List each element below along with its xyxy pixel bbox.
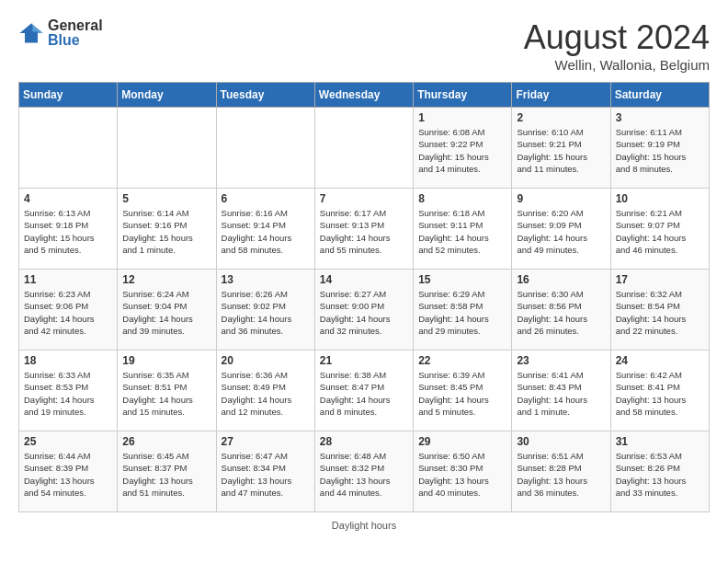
day-info: Sunrise: 6:23 AM Sunset: 9:06 PM Dayligh… bbox=[24, 288, 112, 337]
day-info: Sunrise: 6:48 AM Sunset: 8:32 PM Dayligh… bbox=[320, 450, 408, 499]
calendar-cell: 1Sunrise: 6:08 AM Sunset: 9:22 PM Daylig… bbox=[414, 108, 512, 189]
column-header-thursday: Thursday bbox=[414, 83, 512, 108]
page-header: General Blue August 2024 Wellin, Walloni… bbox=[18, 18, 710, 73]
day-info: Sunrise: 6:38 AM Sunset: 8:47 PM Dayligh… bbox=[320, 369, 408, 418]
day-number: 27 bbox=[222, 435, 310, 448]
day-number: 18 bbox=[24, 354, 112, 367]
day-number: 16 bbox=[517, 273, 605, 286]
calendar-cell: 26Sunrise: 6:45 AM Sunset: 8:37 PM Dayli… bbox=[118, 431, 216, 512]
day-number: 22 bbox=[418, 354, 506, 367]
day-number: 21 bbox=[320, 354, 408, 367]
location-text: Wellin, Wallonia, Belgium bbox=[524, 57, 710, 73]
logo-blue-text: Blue bbox=[48, 33, 103, 48]
day-info: Sunrise: 6:13 AM Sunset: 9:18 PM Dayligh… bbox=[24, 207, 112, 256]
calendar-cell: 30Sunrise: 6:51 AM Sunset: 8:28 PM Dayli… bbox=[512, 431, 610, 512]
calendar-cell: 22Sunrise: 6:39 AM Sunset: 8:45 PM Dayli… bbox=[414, 350, 512, 431]
logo-general-text: General bbox=[48, 18, 103, 33]
day-number: 2 bbox=[517, 111, 605, 124]
day-info: Sunrise: 6:51 AM Sunset: 8:28 PM Dayligh… bbox=[517, 450, 605, 499]
day-number: 19 bbox=[122, 354, 210, 367]
day-info: Sunrise: 6:14 AM Sunset: 9:16 PM Dayligh… bbox=[122, 207, 210, 256]
header-row: SundayMondayTuesdayWednesdayThursdayFrid… bbox=[19, 83, 710, 108]
calendar-cell: 17Sunrise: 6:32 AM Sunset: 8:54 PM Dayli… bbox=[610, 270, 709, 350]
day-info: Sunrise: 6:21 AM Sunset: 9:07 PM Dayligh… bbox=[616, 207, 704, 256]
day-info: Sunrise: 6:50 AM Sunset: 8:30 PM Dayligh… bbox=[418, 450, 506, 499]
day-number: 17 bbox=[616, 273, 704, 286]
month-title: August 2024 bbox=[524, 18, 710, 57]
calendar-cell: 8Sunrise: 6:18 AM Sunset: 9:11 PM Daylig… bbox=[414, 189, 512, 270]
calendar-cell: 23Sunrise: 6:41 AM Sunset: 8:43 PM Dayli… bbox=[512, 350, 610, 431]
calendar-cell: 29Sunrise: 6:50 AM Sunset: 8:30 PM Dayli… bbox=[414, 431, 512, 512]
day-number: 15 bbox=[418, 273, 506, 286]
day-number: 3 bbox=[616, 111, 704, 124]
day-info: Sunrise: 6:42 AM Sunset: 8:41 PM Dayligh… bbox=[616, 369, 704, 418]
day-number: 28 bbox=[320, 435, 408, 448]
calendar-cell: 25Sunrise: 6:44 AM Sunset: 8:39 PM Dayli… bbox=[19, 431, 118, 512]
calendar-cell: 12Sunrise: 6:24 AM Sunset: 9:04 PM Dayli… bbox=[118, 270, 216, 350]
day-info: Sunrise: 6:08 AM Sunset: 9:22 PM Dayligh… bbox=[418, 126, 506, 175]
day-info: Sunrise: 6:36 AM Sunset: 8:49 PM Dayligh… bbox=[222, 369, 310, 418]
logo-icon bbox=[18, 20, 44, 46]
day-info: Sunrise: 6:44 AM Sunset: 8:39 PM Dayligh… bbox=[24, 450, 112, 499]
day-number: 30 bbox=[517, 435, 605, 448]
calendar-cell: 13Sunrise: 6:26 AM Sunset: 9:02 PM Dayli… bbox=[216, 270, 314, 350]
calendar-cell: 2Sunrise: 6:10 AM Sunset: 9:21 PM Daylig… bbox=[512, 108, 610, 189]
calendar-cell: 21Sunrise: 6:38 AM Sunset: 8:47 PM Dayli… bbox=[314, 350, 413, 431]
day-info: Sunrise: 6:10 AM Sunset: 9:21 PM Dayligh… bbox=[517, 126, 605, 175]
column-header-friday: Friday bbox=[512, 83, 610, 108]
day-info: Sunrise: 6:29 AM Sunset: 8:58 PM Dayligh… bbox=[418, 288, 506, 337]
day-number: 9 bbox=[517, 192, 605, 205]
calendar-week-1: 1Sunrise: 6:08 AM Sunset: 9:22 PM Daylig… bbox=[19, 108, 710, 189]
calendar-table: SundayMondayTuesdayWednesdayThursdayFrid… bbox=[18, 82, 710, 512]
day-number: 10 bbox=[616, 192, 704, 205]
day-info: Sunrise: 6:32 AM Sunset: 8:54 PM Dayligh… bbox=[616, 288, 704, 337]
day-info: Sunrise: 6:17 AM Sunset: 9:13 PM Dayligh… bbox=[320, 207, 408, 256]
calendar-cell: 9Sunrise: 6:20 AM Sunset: 9:09 PM Daylig… bbox=[512, 189, 610, 270]
calendar-cell: 15Sunrise: 6:29 AM Sunset: 8:58 PM Dayli… bbox=[414, 270, 512, 350]
day-number: 31 bbox=[616, 435, 704, 448]
calendar-cell: 28Sunrise: 6:48 AM Sunset: 8:32 PM Dayli… bbox=[314, 431, 413, 512]
day-number: 23 bbox=[517, 354, 605, 367]
day-info: Sunrise: 6:20 AM Sunset: 9:09 PM Dayligh… bbox=[517, 207, 605, 256]
day-info: Sunrise: 6:41 AM Sunset: 8:43 PM Dayligh… bbox=[517, 369, 605, 418]
calendar-cell: 14Sunrise: 6:27 AM Sunset: 9:00 PM Dayli… bbox=[314, 270, 413, 350]
day-info: Sunrise: 6:33 AM Sunset: 8:53 PM Dayligh… bbox=[24, 369, 112, 418]
column-header-wednesday: Wednesday bbox=[314, 83, 413, 108]
calendar-cell: 7Sunrise: 6:17 AM Sunset: 9:13 PM Daylig… bbox=[314, 189, 413, 270]
title-area: August 2024 Wellin, Wallonia, Belgium bbox=[524, 18, 710, 73]
day-info: Sunrise: 6:53 AM Sunset: 8:26 PM Dayligh… bbox=[616, 450, 704, 499]
calendar-cell: 19Sunrise: 6:35 AM Sunset: 8:51 PM Dayli… bbox=[118, 350, 216, 431]
svg-marker-1 bbox=[31, 24, 43, 34]
day-number: 20 bbox=[222, 354, 310, 367]
calendar-cell: 3Sunrise: 6:11 AM Sunset: 9:19 PM Daylig… bbox=[610, 108, 709, 189]
day-number: 13 bbox=[222, 273, 310, 286]
calendar-cell: 16Sunrise: 6:30 AM Sunset: 8:56 PM Dayli… bbox=[512, 270, 610, 350]
day-info: Sunrise: 6:35 AM Sunset: 8:51 PM Dayligh… bbox=[122, 369, 210, 418]
calendar-week-3: 11Sunrise: 6:23 AM Sunset: 9:06 PM Dayli… bbox=[19, 270, 710, 350]
day-number: 7 bbox=[320, 192, 408, 205]
day-info: Sunrise: 6:11 AM Sunset: 9:19 PM Dayligh… bbox=[616, 126, 704, 175]
day-number: 6 bbox=[222, 192, 310, 205]
day-number: 24 bbox=[616, 354, 704, 367]
column-header-monday: Monday bbox=[118, 83, 216, 108]
day-number: 25 bbox=[24, 435, 112, 448]
calendar-week-5: 25Sunrise: 6:44 AM Sunset: 8:39 PM Dayli… bbox=[19, 431, 710, 512]
calendar-cell: 20Sunrise: 6:36 AM Sunset: 8:49 PM Dayli… bbox=[216, 350, 314, 431]
day-info: Sunrise: 6:47 AM Sunset: 8:34 PM Dayligh… bbox=[222, 450, 310, 499]
calendar-cell bbox=[19, 108, 118, 189]
calendar-cell: 18Sunrise: 6:33 AM Sunset: 8:53 PM Dayli… bbox=[19, 350, 118, 431]
day-number: 26 bbox=[122, 435, 210, 448]
day-info: Sunrise: 6:39 AM Sunset: 8:45 PM Dayligh… bbox=[418, 369, 506, 418]
calendar-cell: 27Sunrise: 6:47 AM Sunset: 8:34 PM Dayli… bbox=[216, 431, 314, 512]
calendar-cell: 31Sunrise: 6:53 AM Sunset: 8:26 PM Dayli… bbox=[610, 431, 709, 512]
calendar-cell: 11Sunrise: 6:23 AM Sunset: 9:06 PM Dayli… bbox=[19, 270, 118, 350]
calendar-cell bbox=[118, 108, 216, 189]
day-number: 29 bbox=[418, 435, 506, 448]
calendar-cell: 5Sunrise: 6:14 AM Sunset: 9:16 PM Daylig… bbox=[118, 189, 216, 270]
calendar-cell bbox=[216, 108, 314, 189]
day-number: 12 bbox=[122, 273, 210, 286]
footer-text: Daylight hours bbox=[18, 520, 710, 531]
day-number: 14 bbox=[320, 273, 408, 286]
calendar-week-4: 18Sunrise: 6:33 AM Sunset: 8:53 PM Dayli… bbox=[19, 350, 710, 431]
day-number: 5 bbox=[122, 192, 210, 205]
